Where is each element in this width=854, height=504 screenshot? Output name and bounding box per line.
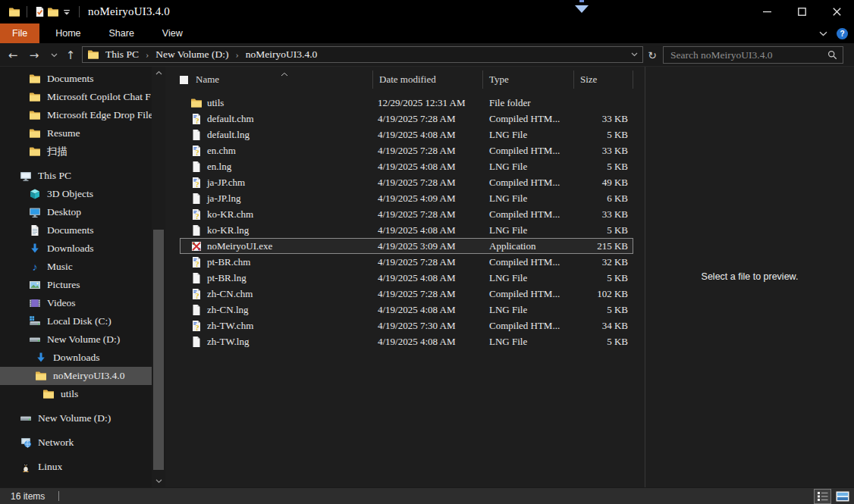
minimize-button[interactable] <box>749 0 784 23</box>
column-headers: Name Date modified Type Size <box>180 67 633 91</box>
sidebar-tree: DocumentsMicrosoft Copilot Chat FMicroso… <box>0 67 152 487</box>
file-row-utils[interactable]: utils12/29/2025 12:31 AMFile folder <box>180 95 633 111</box>
sidebar-item-label: utils <box>61 388 78 400</box>
scroll-up-icon[interactable] <box>152 67 165 79</box>
up-button[interactable]: ↑ <box>62 43 79 67</box>
sidebar-scrollbar[interactable] <box>152 67 165 487</box>
qat-properties-button[interactable] <box>33 4 46 20</box>
file-row-zh-tw-lng[interactable]: zh-TW.lng4/19/2025 4:08 AMLNG File5 KB <box>180 333 633 349</box>
preview-message: Select a file to preview. <box>645 271 854 282</box>
forward-button[interactable]: → <box>26 43 42 67</box>
breadcrumb-item-new-volume-d[interactable]: New Volume (D:) <box>155 49 228 61</box>
ribbon-collapse-icon[interactable] <box>819 31 827 36</box>
tab-share[interactable]: Share <box>97 23 146 43</box>
search-input[interactable] <box>669 49 827 62</box>
breadcrumb-item-nomeiryoui3-4-0[interactable]: noMeiryoUI3.4.0 <box>246 49 318 61</box>
file-row-pt-br-lng[interactable]: pt-BR.lng4/19/2025 4:08 AMLNG File5 KB <box>180 270 633 286</box>
column-header-type[interactable]: Type <box>483 70 574 89</box>
file-row-default-lng[interactable]: default.lng4/19/2025 4:08 AMLNG File5 KB <box>180 127 633 142</box>
refresh-button[interactable]: ↻ <box>645 43 659 67</box>
file-name: default.lng <box>207 129 250 141</box>
sidebar-item-utils[interactable]: utils <box>0 385 152 403</box>
scrollbar-thumb[interactable] <box>153 230 164 470</box>
chm-icon: ? <box>190 256 203 268</box>
tab-view[interactable]: View <box>150 23 195 43</box>
sidebar-item-item[interactable]: 扫描 <box>0 142 152 161</box>
sidebar-item-new-volume-d[interactable]: New Volume (D:) <box>0 330 152 349</box>
file-size: 5 KB <box>574 336 633 348</box>
thumbnail-view-button[interactable] <box>834 489 851 504</box>
sidebar-item-nomeiryoui3-4-0[interactable]: noMeiryoUI3.4.0 <box>0 367 152 385</box>
scroll-down-icon[interactable] <box>152 475 165 487</box>
column-header-date-modified[interactable]: Date modified <box>373 70 483 89</box>
sidebar-item-this-pc[interactable]: This PC <box>0 167 152 185</box>
sidebar-item-microsoft-copilot-chat-f[interactable]: Microsoft Copilot Chat F <box>0 88 152 106</box>
sidebar-item-documents[interactable]: Documents <box>0 70 152 88</box>
address-bar[interactable]: This PC›New Volume (D:)›noMeiryoUI3.4.0 <box>82 46 643 63</box>
file-row-pt-br-chm[interactable]: ?pt-BR.chm4/19/2025 7:28 AMCompiled HTM.… <box>180 254 633 270</box>
file-row-zh-tw-chm[interactable]: ?zh-TW.chm4/19/2025 7:30 AMCompiled HTM.… <box>180 318 633 333</box>
file-row-ko-kr-chm[interactable]: ?ko-KR.chm4/19/2025 7:28 AMCompiled HTM.… <box>180 206 633 222</box>
sidebar-item-downloads[interactable]: Downloads <box>0 349 152 367</box>
status-bar: 16 items <box>0 487 854 504</box>
file-size: 102 KB <box>574 288 633 300</box>
sidebar-item-linux[interactable]: Linux <box>0 458 152 476</box>
sidebar-item-3d-objects[interactable]: 3D Objects <box>0 185 152 203</box>
window-controls <box>749 0 854 23</box>
file-row-en-lng[interactable]: en.lng4/19/2025 4:08 AMLNG File5 KB <box>180 158 633 174</box>
sidebar-item-network[interactable]: Network <box>0 434 152 452</box>
help-button[interactable]: ? <box>837 28 848 39</box>
folder-icon <box>29 109 41 121</box>
folder-icon <box>35 370 47 382</box>
sidebar-item-documents[interactable]: Documents <box>0 221 152 239</box>
file-type: LNG File <box>483 224 574 236</box>
address-dropdown-icon[interactable] <box>631 52 638 57</box>
file-row-zh-cn-lng[interactable]: zh-CN.lng4/19/2025 4:08 AMLNG File5 KB <box>180 302 633 318</box>
back-button[interactable]: ← <box>5 43 21 67</box>
tab-file[interactable]: File <box>0 23 39 43</box>
file-name-cell: utils <box>180 97 373 109</box>
file-row-zh-cn-chm[interactable]: ?zh-CN.chm4/19/2025 7:28 AMCompiled HTM.… <box>180 286 633 302</box>
sidebar-item-videos[interactable]: Videos <box>0 294 152 312</box>
sidebar-item-music[interactable]: ♪Music <box>0 258 152 276</box>
file-name: zh-CN.chm <box>207 288 253 300</box>
select-all-checkbox[interactable] <box>180 76 188 84</box>
details-view-button[interactable] <box>814 489 831 504</box>
search-icon[interactable] <box>827 50 837 60</box>
file-row-ja-jp-lng[interactable]: ja-JP.lng4/19/2025 4:09 AMLNG File6 KB <box>180 190 633 206</box>
file-date: 4/19/2025 7:30 AM <box>373 320 483 332</box>
sidebar-item-desktop[interactable]: Desktop <box>0 203 152 221</box>
breadcrumb-item-this-pc[interactable]: This PC <box>105 49 139 61</box>
qat-new-folder-button[interactable] <box>46 4 60 20</box>
file-name-cell: ?ja-JP.chm <box>180 177 373 189</box>
file-row-default-chm[interactable]: ?default.chm4/19/2025 7:28 AMCompiled HT… <box>180 111 633 127</box>
column-header-size[interactable]: Size <box>574 70 633 89</box>
maximize-button[interactable] <box>784 0 819 23</box>
sidebar-item-pictures[interactable]: Pictures <box>0 276 152 294</box>
file-row-en-chm[interactable]: ?en.chm4/19/2025 7:28 AMCompiled HTM...3… <box>180 142 633 158</box>
cube-icon <box>29 188 41 200</box>
chm-icon: ? <box>190 113 203 125</box>
sidebar-item-microsoft-edge-drop-file[interactable]: Microsoft Edge Drop File <box>0 106 152 124</box>
file-date: 4/19/2025 4:08 AM <box>373 224 483 236</box>
file-name: en.lng <box>207 161 231 173</box>
file-size: 5 KB <box>574 129 633 141</box>
file-row-nomeiryoui-exe[interactable]: noMeiryoUI.exe4/19/2025 3:09 AMApplicati… <box>180 238 633 254</box>
file-name: pt-BR.chm <box>207 256 250 268</box>
tab-home[interactable]: Home <box>43 23 93 43</box>
sidebar-item-new-volume-d[interactable]: New Volume (D:) <box>0 409 152 427</box>
sidebar-item-local-disk-c[interactable]: Local Disk (C:) <box>0 312 152 330</box>
sidebar-item-downloads[interactable]: Downloads <box>0 239 152 258</box>
file-type: LNG File <box>483 304 574 316</box>
qat-customize-button[interactable] <box>60 4 74 20</box>
close-button[interactable] <box>819 0 854 23</box>
file-date: 4/19/2025 7:28 AM <box>373 208 483 221</box>
file-row-ko-kr-lng[interactable]: ko-KR.lng4/19/2025 4:08 AMLNG File5 KB <box>180 222 633 238</box>
file-name-cell: ?ko-KR.chm <box>180 208 373 221</box>
sidebar-item-resume[interactable]: Resume <box>0 124 152 142</box>
recent-locations-chevron-icon[interactable] <box>46 43 62 67</box>
item-count: 16 items <box>11 491 45 502</box>
file-row-ja-jp-chm[interactable]: ?ja-JP.chm4/19/2025 7:28 AMCompiled HTM.… <box>180 174 633 190</box>
sidebar-item-label: Downloads <box>53 352 100 364</box>
column-header-name[interactable]: Name <box>180 70 373 89</box>
